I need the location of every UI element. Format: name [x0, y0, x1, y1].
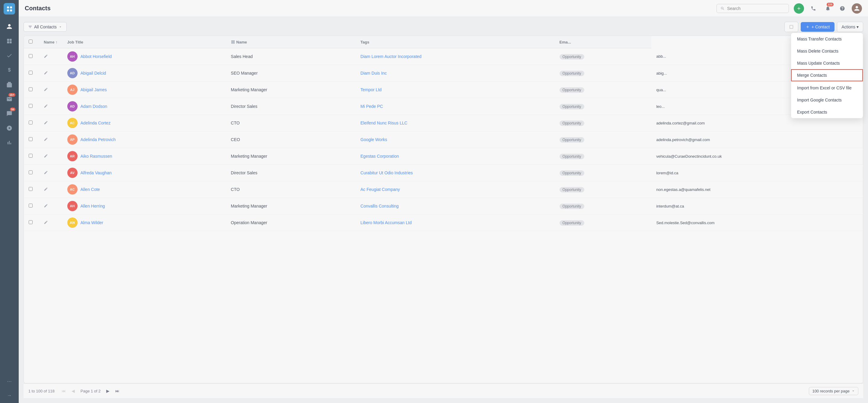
actions-menu-item-import-google[interactable]: Import Google Contacts	[791, 94, 863, 106]
actions-dropdown: Mass Transfer ContactsMass Delete Contac…	[791, 33, 863, 118]
dropdown-overlay[interactable]	[0, 0, 868, 403]
actions-menu-item-merge[interactable]: Merge Contacts	[791, 69, 863, 81]
actions-menu-item-export[interactable]: Export Contacts	[791, 106, 863, 118]
actions-menu-item-import-excel[interactable]: Import from Excel or CSV file	[791, 82, 863, 94]
actions-menu-item-mass-update[interactable]: Mass Update Contacts	[791, 57, 863, 69]
actions-menu-item-mass-delete[interactable]: Mass Delete Contacts	[791, 45, 863, 57]
actions-menu-item-mass-transfer[interactable]: Mass Transfer Contacts	[791, 33, 863, 45]
